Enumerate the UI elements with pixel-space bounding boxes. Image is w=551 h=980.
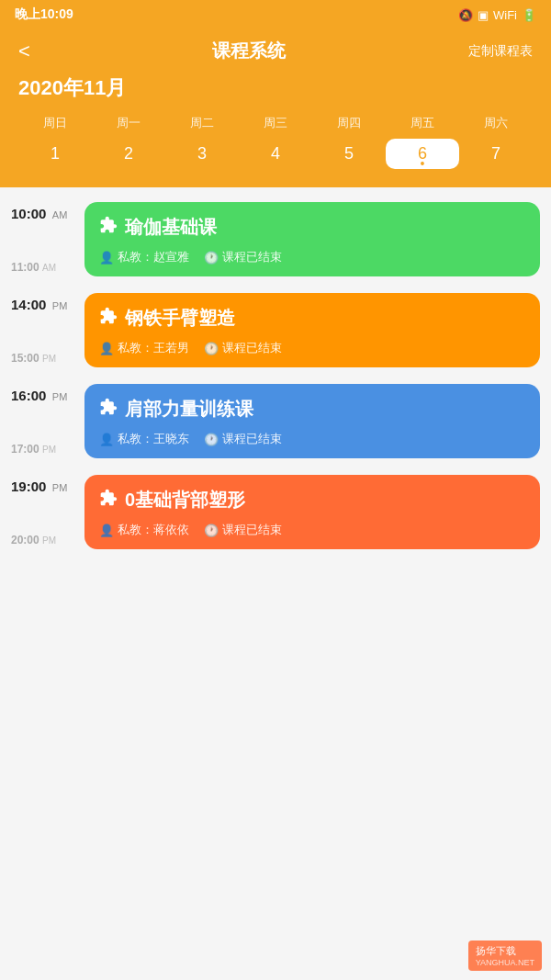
mute-icon: 🔕 bbox=[458, 8, 473, 22]
person-icon: 👤 bbox=[99, 524, 114, 537]
trainer-name: 私教：王若男 bbox=[118, 340, 189, 356]
clock-icon: 🕐 bbox=[204, 524, 219, 537]
schedule-row: 16:00 PM 17:00 PM 肩部力量训练课👤私教：王晓东🕐课程已结束›› bbox=[11, 384, 540, 458]
calendar-day[interactable]: 7 bbox=[459, 139, 533, 169]
schedule-row: 10:00 AM 11:00 AM 瑜伽基础课👤私教：赵宣雅🕐课程已结束›› bbox=[11, 202, 540, 276]
battery-icon: 🔋 bbox=[522, 8, 536, 22]
schedule-card[interactable]: 肩部力量训练课👤私教：王晓东🕐课程已结束 bbox=[84, 384, 540, 458]
time-end: 11:00 AM bbox=[11, 261, 84, 274]
schedule-card[interactable]: 0基础背部塑形👤私教：蒋依依🕐课程已结束 bbox=[84, 475, 540, 549]
puzzle-icon bbox=[99, 398, 118, 421]
schedule-card[interactable]: 瑜伽基础课👤私教：赵宣雅🕐课程已结束 bbox=[84, 202, 540, 276]
time-start: 14:00 PM bbox=[11, 297, 84, 313]
trainer-name: 私教：蒋依依 bbox=[118, 522, 189, 538]
trainer-info: 👤私教：赵宣雅 bbox=[99, 249, 189, 265]
customize-button[interactable]: 定制课程表 bbox=[468, 43, 533, 60]
clock-icon: 🕐 bbox=[204, 433, 219, 446]
status-text: 课程已结束 bbox=[222, 340, 282, 356]
calendar-day[interactable]: 4 bbox=[239, 139, 312, 169]
person-icon: 👤 bbox=[99, 342, 114, 355]
calendar-month: 2020年11月 bbox=[18, 74, 533, 102]
calendar-day[interactable]: 5 bbox=[312, 139, 386, 169]
weekday-label: 周五 bbox=[386, 115, 459, 131]
trainer-name: 私教：赵宣雅 bbox=[118, 249, 189, 265]
clock-icon: 🕐 bbox=[204, 251, 219, 265]
trainer-info: 👤私教：王晓东 bbox=[99, 431, 189, 447]
status-bar: 晚上10:09 🔕 ▣ WiFi 🔋 bbox=[0, 0, 551, 29]
card-title: 钢铁手臂塑造 bbox=[125, 306, 235, 331]
status-info: 🕐课程已结束 bbox=[204, 249, 282, 265]
card-title: 肩部力量训练课 bbox=[125, 397, 253, 422]
status-time: 晚上10:09 bbox=[15, 6, 73, 23]
calendar-days: 1234567 bbox=[18, 139, 533, 169]
calendar-day[interactable]: 1 bbox=[18, 139, 92, 169]
schedule-row: 14:00 PM 15:00 PM 钢铁手臂塑造👤私教：王若男🕐课程已结束›› bbox=[11, 293, 540, 367]
calendar-day[interactable]: 2 bbox=[92, 139, 165, 169]
trainer-info: 👤私教：王若男 bbox=[99, 340, 189, 356]
wifi-icon: WiFi bbox=[493, 8, 517, 22]
time-end: 17:00 PM bbox=[11, 443, 84, 456]
status-info: 🕐课程已结束 bbox=[204, 340, 282, 356]
puzzle-icon bbox=[99, 307, 118, 330]
weekday-label: 周日 bbox=[18, 115, 92, 131]
status-text: 课程已结束 bbox=[222, 249, 282, 265]
time-start: 10:00 AM bbox=[11, 206, 84, 222]
status-text: 课程已结束 bbox=[222, 522, 282, 538]
time-end: 20:00 PM bbox=[11, 534, 84, 546]
calendar-weekdays: 周日周一周二周三周四周五周六 bbox=[18, 115, 533, 131]
time-end: 15:00 PM bbox=[11, 352, 84, 365]
schedule-card[interactable]: 钢铁手臂塑造👤私教：王若男🕐课程已结束 bbox=[84, 293, 540, 367]
header: < 课程系统 定制课程表 bbox=[0, 29, 551, 74]
weekday-label: 周四 bbox=[312, 115, 386, 131]
status-info: 🕐课程已结束 bbox=[204, 431, 282, 447]
weekday-label: 周二 bbox=[165, 115, 239, 131]
card-title: 0基础背部塑形 bbox=[125, 488, 245, 513]
status-text: 课程已结束 bbox=[222, 431, 282, 447]
calendar-section: 2020年11月 周日周一周二周三周四周五周六 1234567 bbox=[0, 74, 551, 187]
time-column: 16:00 PM 17:00 PM bbox=[11, 384, 84, 456]
person-icon: 👤 bbox=[99, 433, 114, 446]
time-start: 16:00 PM bbox=[11, 388, 84, 404]
time-column: 10:00 AM 11:00 AM bbox=[11, 202, 84, 274]
trainer-info: 👤私教：蒋依依 bbox=[99, 522, 189, 538]
time-start: 19:00 PM bbox=[11, 479, 84, 495]
puzzle-icon bbox=[99, 489, 118, 512]
weekday-label: 周三 bbox=[239, 115, 312, 131]
time-column: 14:00 PM 15:00 PM bbox=[11, 293, 84, 365]
clock-icon: 🕐 bbox=[204, 342, 219, 355]
status-info: 🕐课程已结束 bbox=[204, 522, 282, 538]
calendar-day[interactable]: 6 bbox=[386, 139, 459, 169]
puzzle-icon bbox=[99, 216, 118, 239]
sim-icon: ▣ bbox=[478, 8, 489, 22]
status-icons: 🔕 ▣ WiFi 🔋 bbox=[458, 8, 536, 22]
time-column: 19:00 PM 20:00 PM bbox=[11, 475, 84, 546]
person-icon: 👤 bbox=[99, 251, 114, 265]
weekday-label: 周一 bbox=[92, 115, 165, 131]
schedule-row: 19:00 PM 20:00 PM 0基础背部塑形👤私教：蒋依依🕐课程已结束›› bbox=[11, 475, 540, 549]
header-title: 课程系统 bbox=[212, 39, 286, 63]
calendar-day[interactable]: 3 bbox=[165, 139, 239, 169]
weekday-label: 周六 bbox=[459, 115, 533, 131]
card-title: 瑜伽基础课 bbox=[125, 215, 217, 240]
trainer-name: 私教：王晓东 bbox=[118, 431, 189, 447]
back-button[interactable]: < bbox=[18, 39, 30, 63]
schedule-content: 10:00 AM 11:00 AM 瑜伽基础课👤私教：赵宣雅🕐课程已结束›› 1… bbox=[0, 187, 551, 580]
watermark: 扬华下载 YANGHUA.NET bbox=[468, 941, 542, 971]
